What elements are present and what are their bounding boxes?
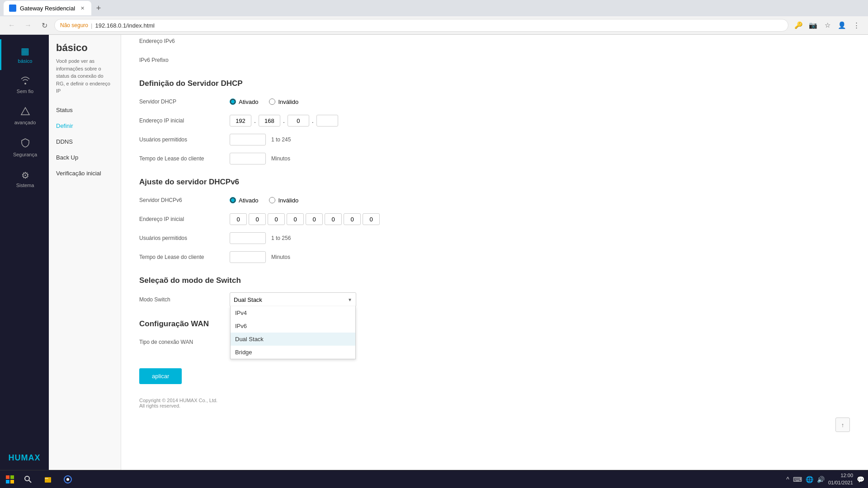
ipv6-seg1-input[interactable] [249,213,266,225]
url-bar[interactable]: Não seguro | 192.168.0.1/index.html [54,19,788,32]
new-tab-button[interactable]: + [92,2,105,14]
ip-dot-2: . [283,117,285,124]
forward-button[interactable]: → [22,19,34,32]
ipv6-seg5-input[interactable] [325,213,342,225]
refresh-button[interactable]: ↻ [38,19,51,32]
sidebar-item-semfio[interactable]: Sem fio [0,70,49,100]
sidebar-label-semfio: Sem fio [17,89,33,94]
dhcp-enabled-radio[interactable] [230,99,236,105]
submenu: básico Você pode ver as informações sobr… [49,35,121,470]
dhcpv6-section-title: Ajuste do servidor DHCPv6 [139,178,850,187]
users-hint: 1 to 245 [271,136,291,143]
submenu-item-verificacao[interactable]: Verificação inicial [49,165,121,181]
apply-button[interactable]: aplicar [139,368,182,384]
dhcp-enabled-text: Ativado [239,99,258,105]
ip-seg3-input[interactable] [288,115,309,127]
switch-option-dualstack[interactable]: Dual Stack [231,333,355,346]
url-warning: Não seguro [60,22,88,28]
address-bar: ← → ↻ Não seguro | 192.168.0.1/index.htm… [0,16,868,34]
sistema-icon: ⚙ [21,170,29,181]
switch-dropdown[interactable]: Dual Stack ▼ IPv4 IPv6 [230,292,356,307]
scroll-top-button[interactable]: ↑ [835,418,850,432]
switch-option-ipv4[interactable]: IPv4 [231,306,355,319]
bookmark-icon[interactable]: ☆ [821,19,834,32]
users-label: Usuários permitidos [139,136,230,143]
profile-icon[interactable]: 👤 [835,19,848,32]
dhcpv6-disabled-label[interactable]: Inválido [269,197,298,204]
switch-dropdown-options: IPv4 IPv6 Dual Stack Bridge [230,306,356,359]
dhcp-enabled-label[interactable]: Ativado [230,99,258,105]
sidebar-footer: HUMAX [0,446,49,470]
semfio-icon [20,76,30,87]
submenu-item-status[interactable]: Status [49,102,121,118]
ip-seg4-input[interactable] [316,115,338,127]
dhcpv6-section: Ajuste do servidor DHCPv6 Servidor DHCPv… [139,178,850,263]
sidebar-item-sistema[interactable]: ⚙ Sistema [0,164,49,194]
sidebar-item-seguranca[interactable]: Segurança [0,131,49,164]
active-tab[interactable]: Gateway Residencial ✕ [4,1,91,15]
ipv6-seg2-input[interactable] [268,213,285,225]
dhcpv6-enabled-radio[interactable] [230,197,236,203]
taskbar-chrome[interactable] [60,471,76,488]
svg-point-9 [66,478,69,481]
submenu-item-backup[interactable]: Back Up [49,150,121,165]
taskbar-search[interactable] [20,471,36,488]
switch-option-bridge[interactable]: Bridge [231,346,355,359]
tray-time[interactable]: 12:00 01/01/2021 [828,472,853,486]
tab-bar: Gateway Residencial ✕ + [0,0,868,16]
submenu-item-ddns[interactable]: DDNS [49,134,121,150]
users-value: 1 to 245 [230,134,850,145]
ipv6-address-section: Endereço IPv6 IPv6 Prefixo [139,35,850,66]
ipv6-lease-unit: Minutos [271,254,290,260]
tab-favicon [9,5,16,12]
tab-close-button[interactable]: ✕ [79,5,86,12]
sidebar-label-seguranca: Segurança [13,152,37,157]
submenu-item-definir[interactable]: Definir [49,118,121,134]
toolbar-icons: 🔑 📷 ☆ 👤 ⋮ [792,19,863,32]
submenu-description: Você pode ver as informações sobre o sta… [49,57,121,102]
sidebar-item-avancado[interactable]: avançado [0,100,49,131]
users-input[interactable] [230,134,266,145]
ipv6-start-label: Endereço IP inicial [139,216,230,222]
dhcp-server-row: Servidor DHCP Ativado Inválido [139,95,850,108]
key-icon[interactable]: 🔑 [792,19,805,32]
ip-seg1-input[interactable] [230,115,251,127]
svg-rect-2 [6,480,9,483]
dhcp-disabled-radio[interactable] [269,99,275,105]
ipv6-lease-input[interactable] [230,251,266,263]
menu-icon[interactable]: ⋮ [850,19,863,32]
sidebar-label-avancado: avançado [14,120,36,125]
screenshot-icon[interactable]: 📷 [807,19,819,32]
tray-volume[interactable]: 🔊 [817,476,825,483]
ipv6-seg3-input[interactable] [287,213,304,225]
start-button[interactable] [4,473,16,486]
taskbar-files[interactable] [40,471,56,488]
tray-notifications[interactable]: 💬 [857,476,864,483]
switch-dropdown-selected[interactable]: Dual Stack ▼ [230,293,356,306]
footer-line2: All rights reserved. [139,403,850,408]
sidebar-item-basico[interactable]: ▦ básico [0,39,49,70]
avancado-icon [20,107,30,118]
ip-start-value: . . . [230,115,850,127]
tray-network[interactable]: 🌐 [806,476,813,483]
lease-input[interactable] [230,153,266,164]
dhcp-disabled-label[interactable]: Inválido [269,99,298,105]
switch-mode-label: Modo Switch [139,296,230,303]
tray-chevron[interactable]: ^ [786,476,789,483]
ipv6-seg7-input[interactable] [363,213,380,225]
dhcpv6-disabled-text: Inválido [278,197,298,204]
basico-icon: ▦ [21,46,29,56]
switch-section-title: Seleçaõ do modo de Switch [139,276,850,285]
dhcpv6-enabled-label[interactable]: Ativado [230,197,258,204]
ipv6-lease-value: Minutos [230,251,850,263]
dhcpv6-disabled-radio[interactable] [269,197,275,203]
tray-keyboard[interactable]: ⌨ [793,476,802,483]
ipv6-seg0-input[interactable] [230,213,247,225]
switch-option-ipv6[interactable]: IPv6 [231,319,355,333]
ipv6-seg6-input[interactable] [344,213,361,225]
back-button[interactable]: ← [5,19,18,32]
ipv6-users-input[interactable] [230,232,266,244]
ip-seg2-input[interactable] [259,115,280,127]
main-content: Endereço IPv6 IPv6 Prefixo Definição do … [121,35,868,470]
ipv6-seg4-input[interactable] [306,213,323,225]
